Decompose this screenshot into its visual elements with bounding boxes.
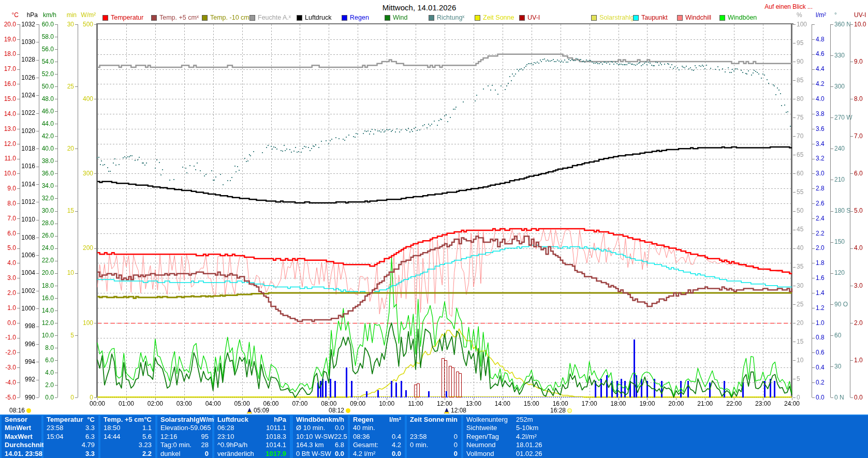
legend-color-box [677,15,683,21]
cell-value: 0 [454,433,458,441]
cell-value: 28 [201,441,209,449]
panel-title: Luftdruck [217,416,248,424]
legend-color-box [202,15,208,21]
legend-color-box [297,15,302,21]
cell-value: 1014.1 [266,441,286,449]
cell-value: 5.6 [142,433,152,441]
legend-item-6: Wind [385,14,407,21]
cell-label: 12:16 [160,433,178,441]
cell-value: 6.3 [85,433,95,441]
cell-label: 06:28 [217,424,234,432]
chart-legend: TemperaturTemp. +5 cmˣTemp. -10 cmˣFeuch… [0,14,868,22]
cell-value: 1.1 [142,424,152,432]
cell-label: Gesamt: [353,441,378,449]
moon-flag-icon [247,408,252,413]
cell-label: 23:10 [217,433,234,441]
panel-title: Zeit Sonne [410,416,444,424]
table-panel-Zeit Sonne: Zeit Sonnemin23:5800 min.00 [407,416,461,458]
row-label: MinWert [5,424,31,432]
cell-label: dunkel [160,450,180,458]
marker-time: 16:28 [550,407,566,414]
marker-time: 12:08 [451,407,466,414]
row-label: MaxWert [5,433,33,441]
cell-label: Elevation [160,424,188,432]
weather-chart-canvas [0,0,868,414]
panel-unit: km/h [329,416,344,424]
cell-value: 3.3 [85,424,95,432]
legend-color-box [475,15,480,21]
cell-label: 10:10 W-SW [296,433,334,441]
info-value: 4.2l/m² [516,433,537,441]
sun-pale-icon [567,408,572,413]
panel-title: Regen [353,416,374,424]
marker-time: 08:16 [9,407,25,414]
info-value: 5-10km [516,424,538,432]
summary-table: SensorMinWertMaxWertDurchschnitt14.01. 2… [0,415,868,458]
cell-label: 18:50 [104,424,121,432]
cell-value: 3.3 [85,450,95,458]
cell-value: 4.2 [392,441,401,449]
sun-icon [346,408,350,413]
cell-label: 23:58 [410,433,427,441]
panel-unit: °C [87,416,95,424]
legend-color-box [385,15,390,21]
cell-value: 6.8 [335,441,344,449]
table-panel-info: Wolkenunterg252mSichtweite5-10kmRegen/Ta… [463,416,868,458]
info-label: Neumond [466,441,516,449]
cell-label: 4.2 l/m² [353,450,375,458]
panel-unit: hPa [274,416,286,424]
legend-color-box [342,15,347,21]
table-panel-Regen: Regenl/m²40 min.08:360.4Gesamt:4.24.2 l/… [350,416,405,458]
cell-value: 0 [454,450,458,458]
cell-value: 0 [454,441,458,449]
legend-label: Regen [350,14,369,21]
cell-value: 4.79 [82,441,95,449]
legend-label: Temperatur [111,14,143,21]
legend-label: Richtungˣ [437,14,464,21]
cell-label: 0 Bft W-SW [296,450,331,458]
marker-time: 08:12 [329,407,344,414]
info-label: Regen/Tag [466,433,516,441]
table-panel-Temperatur: Temperatur°C23:583.315:046.34.793.3 [43,416,98,458]
legend-item-0: Temperatur [102,14,143,21]
cell-label: ^0.9hPa/h [217,441,247,449]
time-marker-05:09: 05:09 [247,407,269,414]
legend-label: UV-I [527,14,540,21]
table-panel-Luftdruck: LuftdruckhPa06:281011.123:101018.3^0.9hP… [214,416,290,458]
marker-time: 05:09 [254,407,269,414]
legend-item-1: Temp. +5 cmˣ [151,14,199,21]
legend-color-box [719,15,725,21]
info-value: 252m [516,416,533,424]
cell-label: Ø 10 min. [296,424,325,432]
panel-unit: l/m² [389,416,401,424]
cell-value: 0.0 [335,450,344,458]
cell-value: 1018.3 [266,433,286,441]
cell-value: 0 [205,450,209,458]
cell-value: 95 [201,433,209,441]
cell-value: 0.4 [392,433,401,441]
time-marker-08:16: 08:16 [9,407,31,414]
info-label: Sichtweite [466,424,516,432]
cell-label: 15:04 [47,433,64,441]
cell-label: veränderlich [217,450,254,458]
legend-label: Windchill [685,14,711,21]
cell-value: 22.5 [334,433,347,441]
cell-label: 08:36 [353,433,370,441]
legend-label: Windböen [728,14,757,21]
panel-title: Solarstrahlg [160,416,200,424]
sun-icon [26,408,31,413]
legend-label: Luftdruck [305,14,331,21]
cell-label: 14:44 [104,433,121,441]
cell-value: -59.065 [188,424,211,432]
cell-label: 164.3 km [296,441,323,449]
legend-item-13: Windböen [719,14,757,21]
table-panel-Solarstrahlg: SolarstrahlgW/m²Elevation-59.06512:1695T… [157,416,212,458]
time-marker-16:28: 16:28 [550,407,572,414]
cell-label: 23:58 [47,424,64,432]
legend-label: Taupunkt [641,14,668,21]
cell-value: 3.23 [139,441,152,449]
legend-color-box [633,15,639,21]
panel-title: Temperatur [47,416,83,424]
info-label: Vollmond [466,450,516,458]
legend-label: Temp. +5 cmˣ [159,14,199,21]
